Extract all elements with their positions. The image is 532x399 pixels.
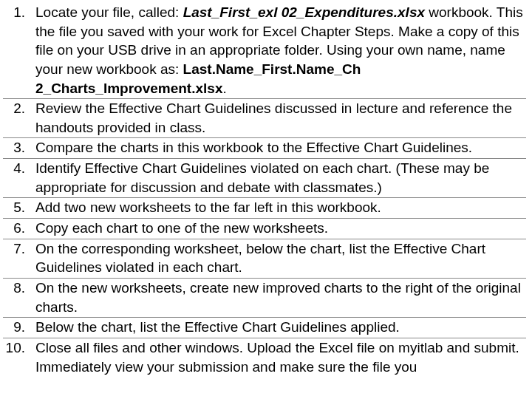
text-run: On the corresponding worksheet, below th… xyxy=(35,241,485,276)
text-run: . xyxy=(222,81,226,96)
text-run: Close all files and other windows. Uploa… xyxy=(35,340,519,375)
instruction-item-7: On the corresponding worksheet, below th… xyxy=(3,239,526,279)
text-run: Below the chart, list the Effective Char… xyxy=(35,319,400,335)
instruction-item-8: On the new worksheets, create new improv… xyxy=(3,279,526,318)
text-run: Last_First_exl 02_Expenditures.xlsx xyxy=(183,4,425,20)
instruction-list: Locate your file, called: Last_First_exl… xyxy=(3,3,526,377)
instruction-item-4: Identify Effective Chart Guidelines viol… xyxy=(3,159,526,198)
instruction-item-2: Review the Effective Chart Guidelines di… xyxy=(3,99,526,138)
text-run: Locate your file, called: xyxy=(35,4,183,20)
text-run: Add two new worksheets to the far left i… xyxy=(35,200,381,215)
instruction-item-9: Below the chart, list the Effective Char… xyxy=(3,318,526,338)
instruction-item-10: Close all files and other windows. Uploa… xyxy=(3,338,526,377)
text-run: Compare the charts in this workbook to t… xyxy=(35,140,472,155)
instruction-item-5: Add two new worksheets to the far left i… xyxy=(3,198,526,219)
instruction-item-1: Locate your file, called: Last_First_exl… xyxy=(3,3,526,99)
instruction-item-6: Copy each chart to one of the new worksh… xyxy=(3,219,526,239)
instruction-item-3: Compare the charts in this workbook to t… xyxy=(3,138,526,159)
text-run: Copy each chart to one of the new worksh… xyxy=(35,220,328,236)
text-run: On the new worksheets, create new improv… xyxy=(35,280,521,315)
text-run: Identify Effective Chart Guidelines viol… xyxy=(35,160,489,195)
text-run: Review the Effective Chart Guidelines di… xyxy=(35,100,512,135)
